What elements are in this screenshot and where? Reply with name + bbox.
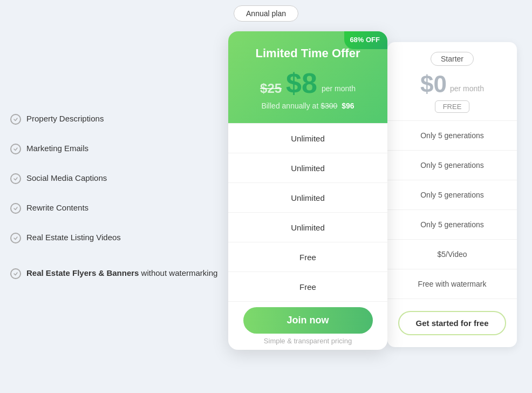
pro-action-row: Join now Simple & transparent pricing <box>228 301 387 350</box>
feature-label-property-descriptions: Property Descriptions <box>26 113 104 124</box>
price-row: $25 $8 per month <box>241 69 374 97</box>
pricing-layout: Property Descriptions Marketing Emails S… <box>2 31 530 350</box>
billed-label: Billed annually at <box>261 101 318 110</box>
feature-label-rewrite-contents: Rewrite Contents <box>26 202 88 213</box>
feature-item-marketing-emails: Marketing Emails <box>2 137 228 166</box>
starter-per-month: per month <box>450 84 484 96</box>
discount-badge: 68% OFF <box>344 31 387 49</box>
pro-row-3: Unlimited <box>228 212 387 242</box>
feature-item-property-descriptions: Property Descriptions <box>2 107 228 137</box>
new-price: $8 <box>286 69 317 97</box>
per-month: per month <box>322 84 356 97</box>
starter-action-row: Get started for free <box>387 299 517 347</box>
pro-row-4: Free <box>228 242 387 272</box>
starter-badge: Starter <box>431 52 474 66</box>
starter-row-1: Only 5 generations <box>387 150 517 180</box>
page-wrapper: Annual plan Property Descriptions Market <box>0 0 532 393</box>
pro-card: 68% OFF Limited Time Offer $25 $8 per mo… <box>228 31 387 350</box>
pro-row-0: Unlimited <box>228 123 387 153</box>
feature-item-rewrite-contents: Rewrite Contents <box>2 196 228 226</box>
starter-row-4: $5/Video <box>387 239 517 269</box>
billed-orig: $300 <box>320 101 337 110</box>
feature-label-flyers-strong: Real Estate Flyers & Banners <box>26 268 139 277</box>
starter-card: Starter $0 per month FREE Only 5 generat… <box>387 42 517 347</box>
starter-card-header: Starter $0 per month FREE <box>387 42 517 120</box>
check-icon-flyers <box>10 268 21 279</box>
feature-label-flyers-suffix: without watermarking <box>139 268 217 277</box>
join-now-button[interactable]: Join now <box>243 307 373 334</box>
check-icon-marketing <box>10 144 21 154</box>
starter-row-5: Free with watermark <box>387 269 517 299</box>
get-started-button[interactable]: Get started for free <box>398 311 506 335</box>
annual-plan-toggle[interactable]: Annual plan <box>234 5 298 22</box>
starter-price-row: $0 per month <box>396 72 508 96</box>
simple-pricing-label: Simple & transparent pricing <box>264 337 352 345</box>
starter-price: $0 <box>420 72 447 96</box>
free-badge-text: FREE <box>435 100 470 113</box>
check-icon-social <box>10 173 21 184</box>
pro-card-header: 68% OFF Limited Time Offer $25 $8 per mo… <box>228 31 387 123</box>
feature-list: Property Descriptions Marketing Emails S… <box>2 31 228 290</box>
feature-item-social-media-captions: Social Media Captions <box>2 166 228 196</box>
starter-row-0: Only 5 generations <box>387 120 517 150</box>
pro-row-2: Unlimited <box>228 182 387 212</box>
pro-card-body: Unlimited Unlimited Unlimited Unlimited … <box>228 123 387 350</box>
check-icon-property <box>10 114 21 125</box>
billed-discounted: $96 <box>342 101 354 110</box>
feature-item-listing-videos: Real Estate Listing Videos <box>2 226 228 255</box>
starter-row-3: Only 5 generations <box>387 209 517 239</box>
check-icon-videos <box>10 233 21 243</box>
check-icon-rewrite <box>10 203 21 214</box>
starter-row-2: Only 5 generations <box>387 180 517 209</box>
feature-label-flyers: Real Estate Flyers & Banners without wat… <box>26 267 217 279</box>
feature-label-listing-videos: Real Estate Listing Videos <box>26 232 121 243</box>
free-badge: FREE <box>396 96 508 113</box>
pro-row-5: Free <box>228 272 387 301</box>
feature-label-marketing-emails: Marketing Emails <box>26 143 88 154</box>
old-price: $25 <box>260 81 282 97</box>
feature-item-flyers: Real Estate Flyers & Banners without wat… <box>2 255 228 290</box>
feature-label-social-media-captions: Social Media Captions <box>26 172 107 184</box>
billed-row: Billed annually at $300 $96 <box>241 101 374 110</box>
pro-row-1: Unlimited <box>228 153 387 182</box>
starter-card-body: Only 5 generations Only 5 generations On… <box>387 120 517 347</box>
